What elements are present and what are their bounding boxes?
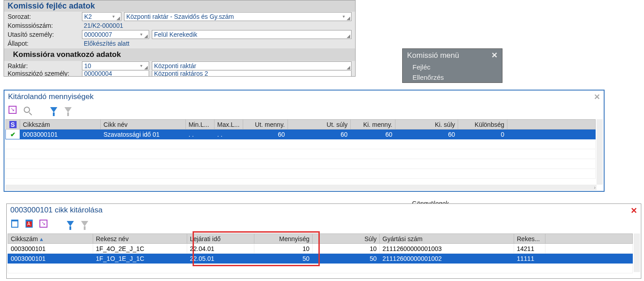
komissio-menu: Komissió menü ✕ Fejléc Ellenőrzés — [402, 48, 502, 83]
filter-off-button[interactable] — [79, 218, 90, 229]
qty-grid-header: S Cikkszám Cikk név Min.L... Max.L... Ut… — [6, 120, 596, 130]
dropdown-handle-icon — [144, 66, 148, 69]
combo-sorozat-desc[interactable]: Központi raktár - Szavidős és Gy.szám ▾ — [124, 12, 352, 21]
combo-raktar-desc[interactable]: Központi raktár — [152, 61, 352, 70]
subheader-title: Komissióra vonatkozó adatok — [4, 48, 355, 61]
combo-utasito[interactable]: 00000007 ▾ — [82, 30, 149, 39]
filter-button[interactable] — [48, 104, 59, 115]
filter-icon — [50, 107, 57, 112]
qty-panel: Kitárolandó mennyiségek ✕ S Cikkszám Cik… — [4, 90, 605, 192]
chevron-down-icon: ▾ — [140, 63, 142, 68]
combo-utasito-desc[interactable]: Felül Kerekedik — [152, 30, 352, 39]
detail-grid[interactable]: Cikkszám ▴ Rekesz név Lejárati idő Menny… — [8, 233, 633, 273]
qty-grid[interactable]: S Cikkszám Cikk név Min.L... Max.L... Ut… — [5, 119, 596, 179]
horizontal-scrollbar[interactable]: › — [5, 185, 597, 190]
menu-item-ellenorzes[interactable]: Ellenőrzés — [403, 72, 502, 82]
qty-grid-empty-row — [6, 149, 596, 159]
label-sorozat: Sorozat: — [8, 13, 79, 20]
chevron-down-icon: ▾ — [112, 14, 115, 19]
combo-raktar[interactable]: 10 ▾ — [82, 61, 149, 70]
detail-grid-row[interactable]: 0003000101 1F_1O_1E_J_1C 22.05.01 50 50 … — [8, 254, 633, 264]
filter-off-button[interactable] — [63, 104, 73, 115]
dropdown-handle-icon — [144, 35, 148, 38]
label-allapot: Állapot: — [8, 40, 79, 47]
col-gyszam[interactable]: Gyártási szám — [380, 234, 514, 244]
col-cikknev[interactable]: Cikk név — [101, 120, 186, 130]
header-panel: Komissió fejléc adatok Sorozat: K2 ▾ Köz… — [4, 0, 356, 77]
chevron-down-icon: ▾ — [140, 32, 142, 37]
detail-toolbar — [7, 217, 641, 230]
trash-icon — [11, 220, 18, 228]
col-kisuly[interactable]: Ki. súly — [395, 120, 458, 130]
export-button[interactable] — [7, 104, 18, 115]
dropdown-handle-icon — [116, 17, 120, 20]
filter-icon — [67, 221, 74, 226]
col-kulonbseg[interactable]: Különbség — [458, 120, 507, 130]
value-allapot: Előkészítés alatt — [82, 40, 129, 47]
col-minl[interactable]: Min.L... — [186, 120, 215, 130]
dropdown-handle-icon — [347, 66, 350, 69]
value-komszam[interactable]: 21/K2-000001 — [82, 22, 123, 29]
col-lejarati[interactable]: Lejárati idő — [187, 234, 254, 244]
col-suly[interactable]: Súly — [313, 234, 380, 244]
header-title: Komissió fejléc adatok — [4, 0, 355, 12]
menu-title: Komissió menü — [407, 51, 459, 60]
delete-all-button[interactable] — [24, 218, 34, 229]
vertical-scrollbar[interactable] — [597, 119, 603, 185]
detail-panel: 0003000101 cikk kitárolása ✕ Cikkszám ▴ … — [6, 203, 641, 279]
qty-toolbar — [4, 104, 604, 116]
close-icon[interactable]: ✕ — [631, 206, 637, 216]
status-header-icon: S — [9, 121, 17, 128]
export-icon — [9, 106, 17, 114]
chevron-down-icon: ▾ — [343, 14, 345, 19]
detail-panel-title: 0003000101 cikk kitárolása — [10, 206, 103, 216]
combo-komisz-desc[interactable]: Központi raktáros 2 — [152, 71, 352, 76]
qty-panel-title: Kitárolandó mennyiségek — [8, 92, 94, 102]
col-rekesznev[interactable]: Rekesz név — [93, 234, 187, 244]
sort-asc-icon: ▴ — [40, 235, 43, 242]
col-maxl[interactable]: Max.L... — [215, 120, 243, 130]
check-icon: ✔ — [10, 131, 16, 138]
search-button[interactable] — [21, 104, 32, 115]
qty-grid-row[interactable]: ✔ 0003000101 Szavatossági idő 01 . . . .… — [6, 130, 596, 139]
col-cikkszam[interactable]: Cikkszám ▴ — [8, 234, 93, 244]
export-icon — [39, 220, 47, 228]
dropdown-handle-icon — [347, 35, 350, 38]
qty-grid-empty-row — [6, 169, 596, 179]
label-raktar: Raktár: — [8, 62, 79, 69]
col-rekes[interactable]: Rekes... — [514, 234, 545, 244]
close-icon[interactable]: ✕ — [491, 51, 498, 60]
col-cikkszam[interactable]: Cikkszám — [20, 120, 101, 130]
filter-off-icon — [81, 221, 88, 226]
col-kimenny[interactable]: Ki. menny. — [351, 120, 395, 130]
col-utsuly[interactable]: Ut. súly — [288, 120, 351, 130]
combo-komisz[interactable]: 00000004 — [82, 71, 149, 76]
qty-grid-empty-row — [6, 139, 596, 149]
delete-button[interactable] — [9, 218, 20, 229]
detail-grid-row[interactable]: 0003000101 1F_4O_2E_J_1C 22.04.01 10 10 … — [8, 244, 633, 254]
trash-all-icon — [26, 220, 33, 228]
filter-off-icon — [64, 107, 72, 112]
search-icon — [24, 107, 30, 113]
vertical-scrollbar[interactable] — [634, 233, 640, 272]
col-mennyiseg[interactable]: Mennyiség — [254, 234, 313, 244]
combo-sorozat[interactable]: K2 ▾ — [82, 12, 121, 21]
detail-grid-empty-row — [8, 264, 633, 273]
dropdown-handle-icon — [347, 17, 350, 20]
close-icon[interactable]: ✕ — [594, 92, 600, 102]
menu-item-fejlec[interactable]: Fejléc — [403, 62, 502, 72]
label-komszam: Komisssiószám: — [8, 22, 79, 29]
col-utmenny[interactable]: Ut. menny. — [243, 120, 288, 130]
detail-grid-header: Cikkszám ▴ Rekesz név Lejárati idő Menny… — [8, 234, 633, 244]
label-utasito: Utasító személy: — [8, 31, 79, 38]
filter-button[interactable] — [65, 218, 76, 229]
export-button[interactable] — [38, 218, 49, 229]
label-komisz: Komissziózó személy: — [8, 71, 79, 76]
qty-grid-empty-row — [6, 159, 596, 169]
